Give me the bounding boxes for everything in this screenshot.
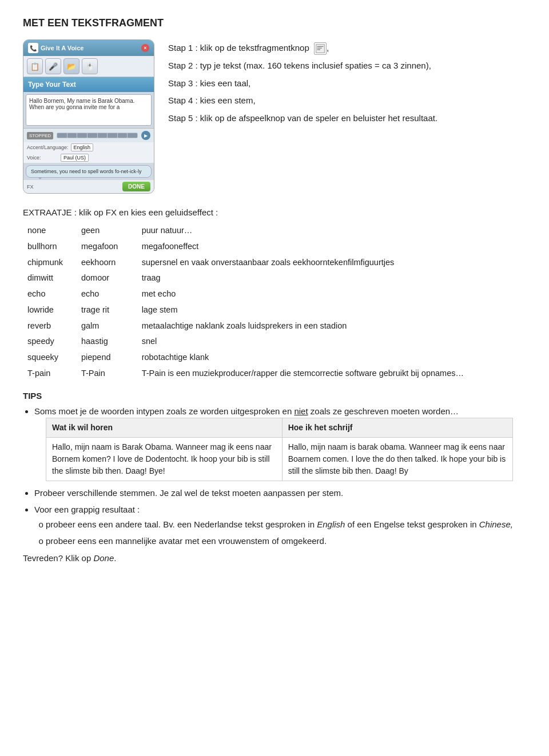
fx-col1: chipmunk bbox=[23, 255, 77, 271]
comparison-row: Hallo, mijn naam is Barak Obama. Wanneer… bbox=[46, 438, 513, 481]
fx-col3: snel bbox=[137, 334, 526, 350]
fx-col2: galm bbox=[77, 318, 137, 334]
toolbar-btn-3[interactable]: 📂 bbox=[63, 58, 79, 74]
fx-table-row: chipmunkeekhoornsupersnel en vaak onvers… bbox=[23, 255, 526, 271]
tip-2: Probeer verschillende stemmen. Je zal we… bbox=[34, 487, 526, 500]
fx-col3: met echo bbox=[137, 286, 526, 302]
fx-col1: dimwitt bbox=[23, 270, 77, 286]
fx-col3: lage stem bbox=[137, 302, 526, 318]
extra-section: EXTRAATJE : klik op FX en kies een gelui… bbox=[23, 207, 526, 382]
tip1-underline: niet bbox=[294, 406, 308, 416]
phone-icon: 📞 bbox=[28, 43, 38, 53]
tip3-sub1: probeer eens een andere taal. Bv. een Ne… bbox=[46, 518, 526, 531]
fx-col1: squeeky bbox=[23, 350, 77, 366]
footer-text: Tevreden? Klik op Done. bbox=[23, 553, 526, 563]
fx-table-row: reverbgalmmetaalachtige naklank zoals lu… bbox=[23, 318, 526, 334]
fx-col3: puur natuur… bbox=[137, 223, 526, 239]
sub1-italic2: Chinese, bbox=[479, 519, 513, 529]
fx-col3: traag bbox=[137, 270, 526, 286]
fx-col2: domoor bbox=[77, 270, 137, 286]
fx-col3: supersnel en vaak onverstaanbaar zoals e… bbox=[137, 255, 526, 271]
fx-col2: trage rit bbox=[77, 302, 137, 318]
tip1-pre: Soms moet je de woorden intypen zoals ze… bbox=[34, 406, 294, 416]
tip-3: Voor een grappig resultaat : probeer een… bbox=[34, 503, 526, 548]
app-screenshot: 📞 Give It A Voice × 📋 🎤 📂 🖱️ Type Your T… bbox=[23, 39, 154, 194]
voice-row: Voice: Paul (US) bbox=[23, 153, 154, 163]
tip3-sublist: probeer eens een andere taal. Bv. een Ne… bbox=[46, 518, 526, 547]
col2-header: Hoe ik het schrijf bbox=[282, 418, 512, 438]
fx-table-row: bullhornmegafoonmegafooneffect bbox=[23, 239, 526, 255]
step1-text: Stap 1 : klik op de tekstfragmentknop , bbox=[168, 42, 526, 55]
extra-intro: EXTRAATJE : klik op FX en kies een gelui… bbox=[23, 207, 526, 217]
tips-section: TIPS Soms moet je de woorden intypen zoa… bbox=[23, 391, 526, 563]
speech-bubble: Sometimes, you need to spell words fo-ne… bbox=[26, 165, 152, 178]
col1-header: Wat ik wil horen bbox=[46, 418, 283, 438]
step3-text: Stap 3 : kies een taal, bbox=[168, 77, 526, 90]
fx-table-row: squeekypiependrobotachtige klank bbox=[23, 350, 526, 366]
tip3-sub2: probeer eens een mannelijke avatar met e… bbox=[46, 535, 526, 548]
footer-pre: Tevreden? Klik op bbox=[23, 553, 93, 563]
footer-italic: Done bbox=[93, 553, 114, 563]
toolbar-btn-1[interactable]: 📋 bbox=[27, 58, 43, 74]
fx-table-row: T-painT-PainT-Pain is een muziekproducer… bbox=[23, 366, 526, 382]
step2-text: Stap 2 : typ je tekst (max. 160 tekens i… bbox=[168, 59, 526, 73]
toolbar-btn-4[interactable]: 🖱️ bbox=[82, 58, 98, 74]
fx-col1: none bbox=[23, 223, 77, 239]
fx-col2: megafoon bbox=[77, 239, 137, 255]
text-input-area[interactable]: Hallo Bornem, My name is Barak Obama. Wh… bbox=[26, 94, 152, 126]
voice-select[interactable]: Paul (US) bbox=[61, 154, 89, 162]
step5-text: Stap 5 : klik op de afspeelknop van de s… bbox=[168, 112, 526, 125]
toolbar-btn-2[interactable]: 🎤 bbox=[45, 58, 61, 74]
tip-1: Soms moet je de woorden intypen zoals ze… bbox=[34, 405, 526, 482]
fx-table-row: nonegeenpuur natuur… bbox=[23, 223, 526, 239]
fx-col1: T-pain bbox=[23, 366, 77, 382]
fx-col2: geen bbox=[77, 223, 137, 239]
col2-cell: Hallo, mijn naam is barak obama. Wanneer… bbox=[282, 438, 512, 481]
sub1-italic1: English bbox=[317, 519, 345, 529]
fx-col1: bullhorn bbox=[23, 239, 77, 255]
fx-col3: robotachtige klank bbox=[137, 350, 526, 366]
page-title: MET EEN TEKSTFRAGMENT bbox=[23, 17, 526, 29]
fx-col2: eekhoorn bbox=[77, 255, 137, 271]
close-button[interactable]: × bbox=[141, 44, 149, 52]
fx-col3: metaalachtige naklank zoals luidsprekers… bbox=[137, 318, 526, 334]
accent-select[interactable]: English bbox=[71, 143, 94, 151]
fx-table-row: echoechomet echo bbox=[23, 286, 526, 302]
fx-table-row: dimwittdomoortraag bbox=[23, 270, 526, 286]
fx-col1: echo bbox=[23, 286, 77, 302]
fx-col2: piepend bbox=[77, 350, 137, 366]
done-button[interactable]: DONE bbox=[122, 182, 150, 191]
app-title: 📞 Give It A Voice bbox=[28, 43, 83, 53]
playback-controls: STOPPED ▶ bbox=[23, 128, 154, 142]
accent-label: Accent/Language: bbox=[27, 145, 69, 150]
fx-col1: reverb bbox=[23, 318, 77, 334]
sub1-pre: probeer eens een andere taal. Bv. een Ne… bbox=[46, 519, 317, 529]
fx-label[interactable]: FX bbox=[27, 184, 34, 190]
fx-row: FX DONE bbox=[23, 180, 154, 193]
tip3-label: Voor een grappig resultaat : bbox=[34, 505, 140, 514]
fx-table-row: speedyhaastigsnel bbox=[23, 334, 526, 350]
fx-col2: haastig bbox=[77, 334, 137, 350]
tip1-post: zoals ze geschreven moeten worden… bbox=[308, 406, 459, 416]
comparison-table: Wat ik wil horen Hoe ik het schrijf Hall… bbox=[46, 418, 513, 481]
fx-col3: megafooneffect bbox=[137, 239, 526, 255]
svg-rect-0 bbox=[316, 45, 325, 53]
fx-effects-table: nonegeenpuur natuur…bullhornmegafoonmega… bbox=[23, 223, 526, 382]
tips-title: TIPS bbox=[23, 391, 526, 401]
stopped-badge: STOPPED bbox=[27, 132, 53, 139]
voice-label: Voice: bbox=[27, 155, 58, 161]
play-button[interactable]: ▶ bbox=[141, 131, 150, 140]
tips-list: Soms moet je de woorden intypen zoals ze… bbox=[34, 405, 526, 548]
fx-col1: speedy bbox=[23, 334, 77, 350]
type-your-text-label: Type Your Text bbox=[23, 77, 154, 92]
fx-col2: echo bbox=[77, 286, 137, 302]
text-fragment-icon bbox=[314, 42, 327, 55]
sub1-mid: of een Engelse tekst gesproken in bbox=[345, 519, 479, 529]
steps-section: Stap 1 : klik op de tekstfragmentknop , … bbox=[168, 39, 526, 194]
language-row: Accent/Language: English bbox=[23, 142, 154, 153]
footer-post: . bbox=[114, 553, 116, 563]
progress-bar bbox=[57, 133, 138, 138]
fx-col3: T-Pain is een muziekproducer/rapper die … bbox=[137, 366, 526, 382]
app-toolbar: 📋 🎤 📂 🖱️ bbox=[23, 56, 154, 77]
fx-table-row: lowridetrage ritlage stem bbox=[23, 302, 526, 318]
